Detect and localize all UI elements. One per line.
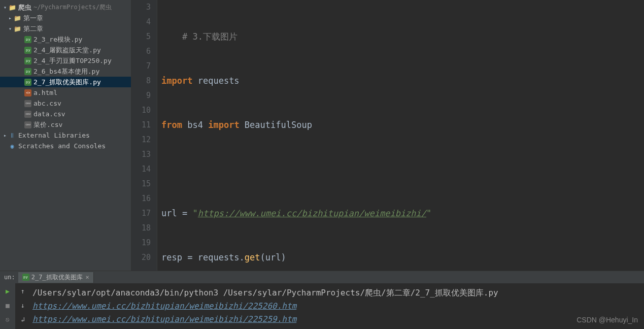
python-file-icon xyxy=(22,274,29,281)
tree-folder[interactable]: ▾ 第二章 xyxy=(0,23,131,34)
rerun-button[interactable]: ▶ xyxy=(3,286,12,295)
python-file-icon xyxy=(24,57,31,64)
external-libraries[interactable]: ▸ External Libraries xyxy=(0,130,131,141)
tree-file[interactable]: a.html xyxy=(0,87,131,98)
console: ▶ ■ ⎋ ↑ ↓ ↲ /Users/sylar/opt/anaconda3/b… xyxy=(0,283,644,329)
tree-file-active[interactable]: 2_7_抓取优美图库.py xyxy=(0,77,131,87)
code-editor[interactable]: 34567891011121314151617181920 # 3.下载图片 i… xyxy=(131,0,644,271)
chevron-down-icon[interactable]: ▾ xyxy=(7,26,13,31)
code-area[interactable]: # 3.下载图片 import requests from bs4 import… xyxy=(157,0,644,271)
python-file-icon xyxy=(24,36,31,43)
python-file-icon xyxy=(24,79,31,86)
console-output[interactable]: /Users/sylar/opt/anaconda3/bin/python3 /… xyxy=(30,283,644,329)
tree-file[interactable]: 2_4_手刃豆瓣TOP250.py xyxy=(0,55,131,66)
down-arrow-icon[interactable]: ↓ xyxy=(18,301,27,310)
watermark: CSDN @Hehuyi_In xyxy=(577,316,638,324)
tree-file[interactable]: 2_6_bs4基本使用.py xyxy=(0,66,131,77)
chevron-right-icon[interactable]: ▸ xyxy=(7,15,13,21)
close-icon[interactable]: × xyxy=(86,274,89,281)
html-file-icon xyxy=(24,89,31,96)
scratches-consoles[interactable]: ▸ Scratches and Consoles xyxy=(0,141,131,151)
debug-exit-button[interactable]: ⎋ xyxy=(3,315,12,324)
tree-file[interactable]: 2_3_re模块.py xyxy=(0,34,131,45)
folder-icon xyxy=(8,4,16,12)
tree-file[interactable]: 2_4_屠戮盗版天堂.py xyxy=(0,45,131,55)
console-toolbar: ▶ ■ ⎋ xyxy=(0,283,15,329)
line-gutter: 34567891011121314151617181920 xyxy=(131,0,157,271)
tree-folder[interactable]: ▸ 第一章 xyxy=(0,13,131,23)
python-file-icon xyxy=(24,68,31,75)
run-panel: un: 2_7_抓取优美图库 × ▶ ■ ⎋ ↑ ↓ ↲ /Users/syla… xyxy=(0,271,644,329)
project-root[interactable]: ▾ 爬虫 ~/PycharmProjects/爬虫 xyxy=(0,2,131,13)
chevron-down-icon[interactable]: ▾ xyxy=(2,5,8,10)
root-path: ~/PycharmProjects/爬虫 xyxy=(33,3,112,12)
root-name: 爬虫 xyxy=(18,3,31,12)
folder-icon xyxy=(13,14,21,22)
wrap-icon[interactable]: ↲ xyxy=(18,315,27,324)
library-icon xyxy=(8,131,16,140)
python-file-icon xyxy=(24,47,31,54)
project-tree[interactable]: ▾ 爬虫 ~/PycharmProjects/爬虫 ▸ 第一章 ▾ 第二章 2_… xyxy=(0,0,131,271)
console-link[interactable]: https://www.umei.cc/bizhitupian/weimeibi… xyxy=(32,314,296,324)
scratch-icon xyxy=(8,142,16,150)
csv-file-icon xyxy=(24,100,31,107)
tree-file[interactable]: 菜价.csv xyxy=(0,119,131,130)
console-toolbar2: ↑ ↓ ↲ xyxy=(15,283,30,329)
stop-button[interactable]: ■ xyxy=(3,301,12,310)
up-arrow-icon[interactable]: ↑ xyxy=(18,286,27,295)
run-label: un: xyxy=(1,274,18,281)
tree-file[interactable]: data.csv xyxy=(0,109,131,119)
csv-file-icon xyxy=(24,121,31,128)
run-tab[interactable]: 2_7_抓取优美图库 × xyxy=(18,272,94,283)
run-tab-bar[interactable]: un: 2_7_抓取优美图库 × xyxy=(0,271,644,283)
chevron-right-icon[interactable]: ▸ xyxy=(2,133,8,138)
csv-file-icon xyxy=(24,111,31,118)
tree-file[interactable]: abc.csv xyxy=(0,98,131,109)
console-link[interactable]: https://www.umei.cc/bizhitupian/weimeibi… xyxy=(32,301,296,311)
folder-icon xyxy=(13,25,21,33)
